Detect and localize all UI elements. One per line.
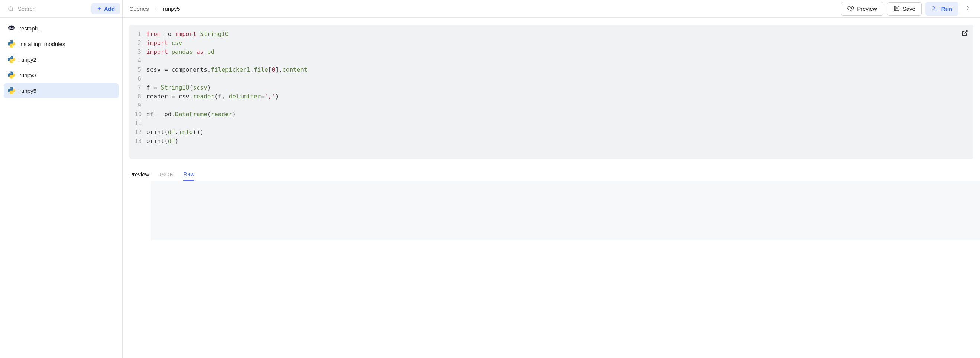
code-content [146, 119, 150, 128]
code-line: 6 [134, 74, 960, 83]
line-number: 9 [134, 101, 146, 110]
code-line: 5scsv = components.filepicker1.file[0].c… [134, 65, 960, 74]
line-number: 10 [134, 110, 146, 119]
code-content [146, 56, 150, 65]
result-tab-preview[interactable]: Preview [129, 171, 149, 180]
search-input[interactable] [18, 6, 88, 12]
svg-line-8 [964, 30, 967, 33]
code-content: reader = csv.reader(f, delimiter=',') [146, 92, 278, 101]
sidebar-item-runpy5[interactable]: runpy5 [4, 83, 119, 98]
line-number: 4 [134, 56, 146, 65]
line-number: 7 [134, 83, 146, 92]
sidebar: Add RESTrestapi1installing_modulesrunpy2… [0, 0, 123, 358]
line-number: 13 [134, 137, 146, 146]
code-content: import csv [146, 39, 182, 48]
chevron-right-icon [154, 6, 158, 12]
code-line: 1from io import StringIO [134, 30, 960, 39]
result-tab-json[interactable]: JSON [159, 171, 173, 180]
svg-text:REST: REST [9, 27, 14, 29]
sidebar-item-runpy3[interactable]: runpy3 [4, 68, 119, 83]
line-number: 3 [134, 48, 146, 56]
sidebar-item-runpy2[interactable]: runpy2 [4, 52, 119, 67]
expand-toggle-button[interactable] [962, 3, 973, 14]
code-line: 2import csv [134, 39, 960, 48]
topbar: Queries runpy5 Preview Save [123, 0, 980, 18]
line-number: 6 [134, 74, 146, 83]
search-wrap[interactable] [4, 3, 91, 15]
search-icon [7, 5, 15, 13]
breadcrumb-root[interactable]: Queries [129, 6, 149, 12]
save-icon [893, 5, 900, 13]
code-content [146, 101, 150, 110]
code-content: scsv = components.filepicker1.file[0].co… [146, 65, 308, 74]
sidebar-item-restapi1[interactable]: RESTrestapi1 [4, 21, 119, 36]
code-line: 7f = StringIO(scsv) [134, 83, 960, 92]
sidebar-item-label: runpy2 [19, 56, 37, 63]
code-line: 9 [134, 101, 960, 110]
code-line: 13print(df) [134, 137, 960, 146]
sidebar-item-label: installing_modules [19, 41, 65, 47]
main: Queries runpy5 Preview Save [123, 0, 980, 358]
code-content [146, 74, 150, 83]
editor-area: 1from io import StringIO2import csv3impo… [123, 18, 980, 165]
run-button[interactable]: Run [925, 2, 958, 16]
sidebar-item-label: runpy5 [19, 88, 37, 94]
code-editor[interactable]: 1from io import StringIO2import csv3impo… [129, 24, 973, 159]
add-button[interactable]: Add [91, 3, 120, 14]
code-line: 11 [134, 119, 960, 128]
svg-line-1 [12, 10, 13, 11]
code-content: print(df) [146, 137, 179, 146]
code-line: 10df = pd.DataFrame(reader) [134, 110, 960, 119]
line-number: 11 [134, 119, 146, 128]
line-number: 5 [134, 65, 146, 74]
breadcrumb-current: runpy5 [163, 6, 180, 12]
code-content: f = StringIO(scsv) [146, 83, 211, 92]
code-line: 4 [134, 56, 960, 65]
line-number: 12 [134, 128, 146, 137]
svg-point-6 [850, 8, 852, 9]
result-tab-raw[interactable]: Raw [183, 171, 194, 181]
eye-icon [847, 5, 854, 13]
preview-button-label: Preview [857, 6, 877, 12]
python-icon [8, 40, 16, 48]
python-icon [8, 86, 16, 95]
line-number: 2 [134, 39, 146, 48]
code-content: df = pd.DataFrame(reader) [146, 110, 236, 119]
add-button-label: Add [104, 6, 115, 12]
save-button-label: Save [903, 6, 915, 12]
code-content: import pandas as pd [146, 48, 214, 56]
result-pane [151, 181, 980, 240]
line-number: 1 [134, 30, 146, 39]
code-content: from io import StringIO [146, 30, 229, 39]
terminal-icon [932, 5, 939, 13]
svg-point-0 [8, 7, 13, 11]
chevron-updown-icon [965, 6, 970, 12]
sidebar-header: Add [0, 0, 122, 18]
sidebar-item-label: restapi1 [19, 25, 39, 32]
preview-button[interactable]: Preview [841, 2, 883, 16]
sidebar-item-label: runpy3 [19, 72, 37, 78]
code-content: print(df.info()) [146, 128, 204, 137]
breadcrumb: Queries runpy5 [129, 6, 180, 12]
run-button-label: Run [941, 6, 952, 12]
sidebar-item-installing_modules[interactable]: installing_modules [4, 37, 119, 51]
code-line: 8reader = csv.reader(f, delimiter=',') [134, 92, 960, 101]
rest-icon: REST [8, 24, 16, 32]
save-button[interactable]: Save [887, 2, 922, 16]
sidebar-list: RESTrestapi1installing_modulesrunpy2runp… [0, 18, 122, 101]
topbar-actions: Preview Save Run [841, 2, 973, 16]
popout-icon[interactable] [961, 30, 968, 39]
result-tabs: PreviewJSONRaw [123, 165, 980, 181]
python-icon [8, 55, 16, 64]
python-icon [8, 71, 16, 79]
line-number: 8 [134, 92, 146, 101]
code-line: 3import pandas as pd [134, 48, 960, 56]
code-line: 12print(df.info()) [134, 128, 960, 137]
plus-icon [97, 6, 102, 12]
